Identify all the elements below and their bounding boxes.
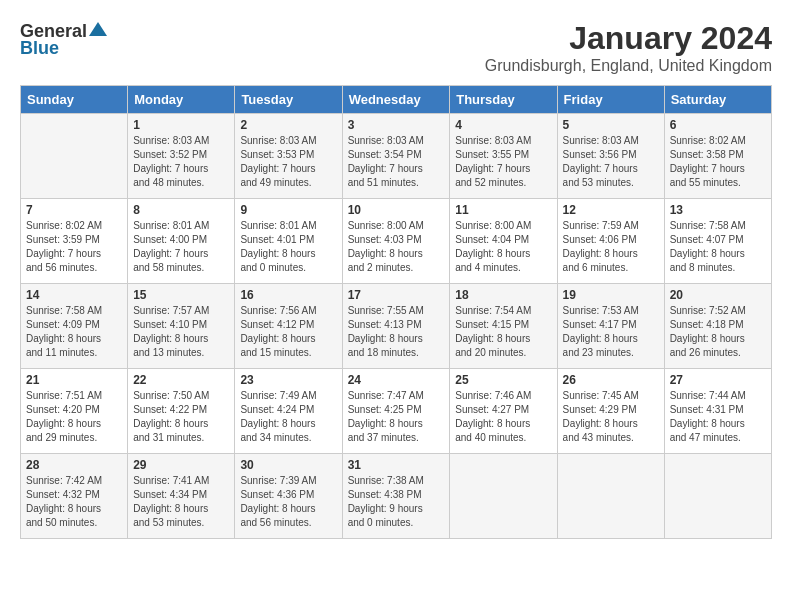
calendar-week-row: 1Sunrise: 8:03 AMSunset: 3:52 PMDaylight…	[21, 114, 772, 199]
day-info: Sunrise: 7:39 AMSunset: 4:36 PMDaylight:…	[240, 474, 336, 530]
day-number: 24	[348, 373, 445, 387]
day-number: 12	[563, 203, 659, 217]
header-saturday: Saturday	[664, 86, 771, 114]
header-sunday: Sunday	[21, 86, 128, 114]
day-info: Sunrise: 7:42 AMSunset: 4:32 PMDaylight:…	[26, 474, 122, 530]
day-info: Sunrise: 7:53 AMSunset: 4:17 PMDaylight:…	[563, 304, 659, 360]
header-friday: Friday	[557, 86, 664, 114]
calendar-cell	[557, 454, 664, 539]
calendar-cell: 30Sunrise: 7:39 AMSunset: 4:36 PMDayligh…	[235, 454, 342, 539]
day-number: 23	[240, 373, 336, 387]
calendar-cell: 14Sunrise: 7:58 AMSunset: 4:09 PMDayligh…	[21, 284, 128, 369]
calendar-cell: 10Sunrise: 8:00 AMSunset: 4:03 PMDayligh…	[342, 199, 450, 284]
day-info: Sunrise: 7:44 AMSunset: 4:31 PMDaylight:…	[670, 389, 766, 445]
header-tuesday: Tuesday	[235, 86, 342, 114]
calendar-week-row: 14Sunrise: 7:58 AMSunset: 4:09 PMDayligh…	[21, 284, 772, 369]
day-number: 30	[240, 458, 336, 472]
day-info: Sunrise: 7:45 AMSunset: 4:29 PMDaylight:…	[563, 389, 659, 445]
day-number: 6	[670, 118, 766, 132]
day-number: 29	[133, 458, 229, 472]
day-number: 18	[455, 288, 551, 302]
day-info: Sunrise: 8:00 AMSunset: 4:04 PMDaylight:…	[455, 219, 551, 275]
calendar-cell: 17Sunrise: 7:55 AMSunset: 4:13 PMDayligh…	[342, 284, 450, 369]
calendar-cell: 7Sunrise: 8:02 AMSunset: 3:59 PMDaylight…	[21, 199, 128, 284]
day-number: 9	[240, 203, 336, 217]
day-info: Sunrise: 8:00 AMSunset: 4:03 PMDaylight:…	[348, 219, 445, 275]
day-info: Sunrise: 7:50 AMSunset: 4:22 PMDaylight:…	[133, 389, 229, 445]
day-info: Sunrise: 7:57 AMSunset: 4:10 PMDaylight:…	[133, 304, 229, 360]
calendar-cell: 19Sunrise: 7:53 AMSunset: 4:17 PMDayligh…	[557, 284, 664, 369]
day-info: Sunrise: 7:41 AMSunset: 4:34 PMDaylight:…	[133, 474, 229, 530]
location-title: Grundisburgh, England, United Kingdom	[485, 57, 772, 75]
page-header: General Blue January 2024 Grundisburgh, …	[20, 20, 772, 75]
day-number: 17	[348, 288, 445, 302]
calendar-cell: 26Sunrise: 7:45 AMSunset: 4:29 PMDayligh…	[557, 369, 664, 454]
calendar-cell	[450, 454, 557, 539]
calendar-cell: 12Sunrise: 7:59 AMSunset: 4:06 PMDayligh…	[557, 199, 664, 284]
day-number: 31	[348, 458, 445, 472]
calendar-week-row: 28Sunrise: 7:42 AMSunset: 4:32 PMDayligh…	[21, 454, 772, 539]
day-number: 10	[348, 203, 445, 217]
calendar-cell: 23Sunrise: 7:49 AMSunset: 4:24 PMDayligh…	[235, 369, 342, 454]
day-number: 25	[455, 373, 551, 387]
calendar-cell	[21, 114, 128, 199]
day-number: 28	[26, 458, 122, 472]
day-number: 16	[240, 288, 336, 302]
month-title: January 2024	[485, 20, 772, 57]
calendar-cell: 13Sunrise: 7:58 AMSunset: 4:07 PMDayligh…	[664, 199, 771, 284]
logo-blue-text: Blue	[20, 38, 59, 59]
calendar-cell: 31Sunrise: 7:38 AMSunset: 4:38 PMDayligh…	[342, 454, 450, 539]
day-number: 11	[455, 203, 551, 217]
day-info: Sunrise: 8:02 AMSunset: 3:59 PMDaylight:…	[26, 219, 122, 275]
day-info: Sunrise: 8:03 AMSunset: 3:53 PMDaylight:…	[240, 134, 336, 190]
day-info: Sunrise: 7:46 AMSunset: 4:27 PMDaylight:…	[455, 389, 551, 445]
day-info: Sunrise: 7:38 AMSunset: 4:38 PMDaylight:…	[348, 474, 445, 530]
day-number: 3	[348, 118, 445, 132]
day-info: Sunrise: 7:58 AMSunset: 4:09 PMDaylight:…	[26, 304, 122, 360]
day-number: 4	[455, 118, 551, 132]
svg-marker-0	[89, 22, 107, 36]
calendar-cell: 6Sunrise: 8:02 AMSunset: 3:58 PMDaylight…	[664, 114, 771, 199]
day-info: Sunrise: 8:02 AMSunset: 3:58 PMDaylight:…	[670, 134, 766, 190]
logo: General Blue	[20, 20, 107, 59]
calendar-cell: 27Sunrise: 7:44 AMSunset: 4:31 PMDayligh…	[664, 369, 771, 454]
header-monday: Monday	[128, 86, 235, 114]
day-info: Sunrise: 7:49 AMSunset: 4:24 PMDaylight:…	[240, 389, 336, 445]
logo-icon	[89, 20, 107, 42]
calendar-cell: 20Sunrise: 7:52 AMSunset: 4:18 PMDayligh…	[664, 284, 771, 369]
day-info: Sunrise: 7:52 AMSunset: 4:18 PMDaylight:…	[670, 304, 766, 360]
calendar-cell: 18Sunrise: 7:54 AMSunset: 4:15 PMDayligh…	[450, 284, 557, 369]
day-number: 21	[26, 373, 122, 387]
day-info: Sunrise: 7:55 AMSunset: 4:13 PMDaylight:…	[348, 304, 445, 360]
calendar-cell	[664, 454, 771, 539]
calendar-cell: 22Sunrise: 7:50 AMSunset: 4:22 PMDayligh…	[128, 369, 235, 454]
day-number: 7	[26, 203, 122, 217]
day-number: 8	[133, 203, 229, 217]
day-info: Sunrise: 7:54 AMSunset: 4:15 PMDaylight:…	[455, 304, 551, 360]
day-info: Sunrise: 7:47 AMSunset: 4:25 PMDaylight:…	[348, 389, 445, 445]
header-wednesday: Wednesday	[342, 86, 450, 114]
day-number: 26	[563, 373, 659, 387]
day-info: Sunrise: 7:56 AMSunset: 4:12 PMDaylight:…	[240, 304, 336, 360]
day-number: 19	[563, 288, 659, 302]
calendar-cell: 8Sunrise: 8:01 AMSunset: 4:00 PMDaylight…	[128, 199, 235, 284]
calendar-cell: 29Sunrise: 7:41 AMSunset: 4:34 PMDayligh…	[128, 454, 235, 539]
calendar-cell: 25Sunrise: 7:46 AMSunset: 4:27 PMDayligh…	[450, 369, 557, 454]
day-number: 13	[670, 203, 766, 217]
day-number: 15	[133, 288, 229, 302]
calendar-cell: 28Sunrise: 7:42 AMSunset: 4:32 PMDayligh…	[21, 454, 128, 539]
day-info: Sunrise: 8:03 AMSunset: 3:52 PMDaylight:…	[133, 134, 229, 190]
calendar-cell: 1Sunrise: 8:03 AMSunset: 3:52 PMDaylight…	[128, 114, 235, 199]
day-number: 5	[563, 118, 659, 132]
day-number: 22	[133, 373, 229, 387]
title-section: January 2024 Grundisburgh, England, Unit…	[485, 20, 772, 75]
day-info: Sunrise: 8:03 AMSunset: 3:56 PMDaylight:…	[563, 134, 659, 190]
day-number: 14	[26, 288, 122, 302]
day-info: Sunrise: 8:03 AMSunset: 3:55 PMDaylight:…	[455, 134, 551, 190]
calendar-cell: 5Sunrise: 8:03 AMSunset: 3:56 PMDaylight…	[557, 114, 664, 199]
day-number: 20	[670, 288, 766, 302]
calendar-cell: 24Sunrise: 7:47 AMSunset: 4:25 PMDayligh…	[342, 369, 450, 454]
calendar-cell: 21Sunrise: 7:51 AMSunset: 4:20 PMDayligh…	[21, 369, 128, 454]
calendar-cell: 16Sunrise: 7:56 AMSunset: 4:12 PMDayligh…	[235, 284, 342, 369]
calendar-cell: 9Sunrise: 8:01 AMSunset: 4:01 PMDaylight…	[235, 199, 342, 284]
